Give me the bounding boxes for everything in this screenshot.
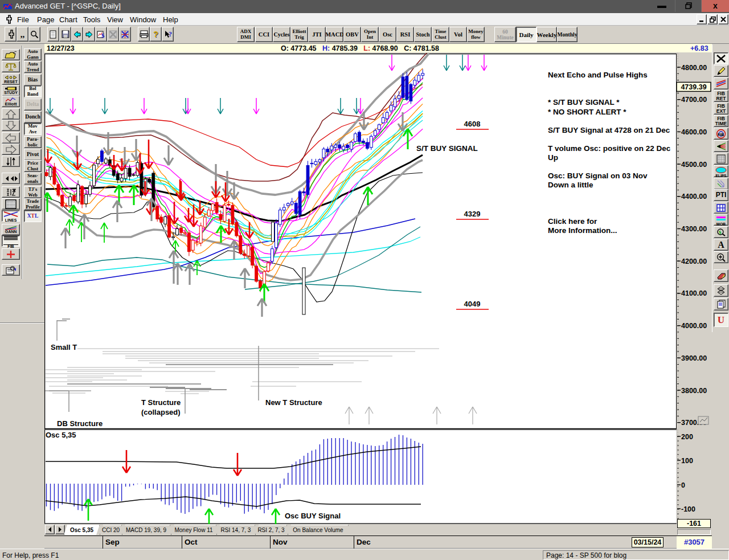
svg-text:$: $ <box>719 230 722 235</box>
svg-text:FIB: FIB <box>718 133 724 137</box>
svg-text:Small T: Small T <box>51 343 77 351</box>
svg-text:4100.00: 4100.00 <box>681 289 707 297</box>
svg-text:4329: 4329 <box>464 210 481 218</box>
svg-text:Up: Up <box>548 153 558 162</box>
svg-text:4700.00: 4700.00 <box>681 96 707 104</box>
svg-text:4000.00: 4000.00 <box>681 322 707 330</box>
svg-text:100: 100 <box>681 457 693 465</box>
svg-text:(collapsed): (collapsed) <box>141 408 181 416</box>
svg-text:S/T BUY Signal at 4728 on 21 D: S/T BUY Signal at 4728 on 21 Dec <box>548 126 670 134</box>
svg-text:4300.00: 4300.00 <box>681 225 707 233</box>
svg-text:More Information...: More Information... <box>548 226 617 235</box>
svg-text:4739.39: 4739.39 <box>681 83 706 91</box>
svg-text:T volume Osc: positive on 22 D: T volume Osc: positive on 22 Dec <box>548 144 671 153</box>
svg-text:200: 200 <box>681 433 693 441</box>
svg-text:3900.00: 3900.00 <box>681 354 707 362</box>
svg-text:Next Echo and Pulse Highs: Next Echo and Pulse Highs <box>548 71 648 79</box>
svg-text:4800.00: 4800.00 <box>681 64 707 72</box>
svg-text:3800.00: 3800.00 <box>681 387 707 395</box>
svg-text:4200.00: 4200.00 <box>681 257 707 265</box>
svg-text:* S/T BUY SIGNAL *: * S/T BUY SIGNAL * <box>548 98 620 107</box>
svg-text:DB Structure: DB Structure <box>57 419 103 428</box>
svg-text:Osc BUY Signal: Osc BUY Signal <box>285 512 341 520</box>
svg-text:0: 0 <box>681 481 685 489</box>
svg-text:?: ? <box>169 30 172 38</box>
svg-text:Osc: BUY Signal on 03 Nov: Osc: BUY Signal on 03 Nov <box>548 171 648 180</box>
svg-text:-100: -100 <box>681 505 695 513</box>
svg-text:S/T BUY SIGNAL: S/T BUY SIGNAL <box>416 144 478 153</box>
svg-text:4600.00: 4600.00 <box>681 128 707 136</box>
svg-text:4608: 4608 <box>464 120 481 128</box>
svg-text:Click here for: Click here for <box>548 217 597 226</box>
svg-text:* NO SHORT ALERT *: * NO SHORT ALERT * <box>548 108 626 116</box>
svg-text:Osc 5,35: Osc 5,35 <box>46 431 76 439</box>
svg-text:4400.00: 4400.00 <box>681 193 707 201</box>
svg-text:T Structure: T Structure <box>141 398 181 407</box>
svg-text:4500.00: 4500.00 <box>681 161 707 169</box>
svg-text:4049: 4049 <box>464 300 481 308</box>
svg-text:$: $ <box>101 32 105 39</box>
svg-text:Down a little: Down a little <box>548 181 593 189</box>
svg-text:New T Structure: New T Structure <box>265 398 322 407</box>
